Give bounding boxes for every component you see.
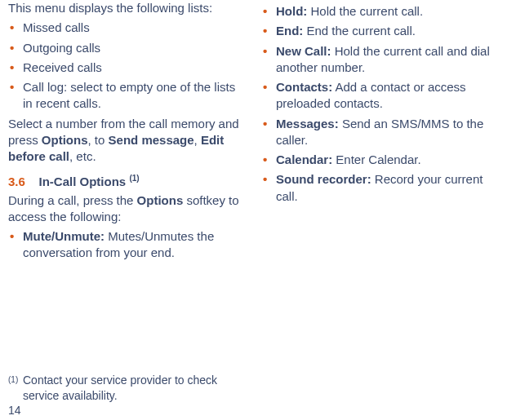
during-call-paragraph: During a call, press the Options softkey…	[8, 192, 247, 226]
item-label: End:	[276, 24, 303, 38]
item-desc: Enter Calendar.	[332, 153, 420, 166]
item-label: Mute/Unmute:	[23, 229, 105, 243]
text: , etc.	[69, 149, 96, 163]
list-item: Mute/Unmute: Mutes/Unmutes the conversat…	[8, 228, 247, 262]
item-label: Sound recorder:	[276, 172, 371, 186]
list-item: Call log: select to empty one of the lis…	[8, 79, 247, 113]
list-item: Received calls	[8, 60, 247, 76]
item-label: Messages:	[276, 117, 339, 130]
text: During a call, press the	[8, 193, 137, 207]
list-item: Outgoing calls	[8, 40, 247, 56]
list-item: New Call: Hold the current call and dial…	[261, 43, 508, 77]
item-label: Hold:	[276, 4, 307, 18]
options-word: Options	[42, 133, 88, 147]
item-label: Contacts:	[276, 80, 332, 94]
section-heading: 3.6 In-Call Options (1)	[8, 173, 247, 190]
list-item: Hold: Hold the current call.	[261, 3, 508, 20]
send-message-word: Send message	[109, 133, 194, 147]
footnote: (1) Contact your service provider to che…	[8, 373, 253, 404]
text: , to	[88, 133, 109, 147]
list-item: Messages: Send an SMS/MMS to the caller.	[261, 116, 508, 149]
incall-list-right: Hold: Hold the current call. End: End th…	[261, 3, 508, 205]
page-number: 14	[8, 403, 21, 418]
menu-list: Missed calls Outgoing calls Received cal…	[8, 20, 247, 112]
section-sup: (1)	[129, 174, 139, 183]
left-column: This menu displays the following lists: …	[8, 0, 258, 420]
list-item: Contacts: Add a contact or access preloa…	[261, 79, 508, 113]
intro-text: This menu displays the following lists:	[8, 0, 247, 16]
list-item: Missed calls	[8, 20, 247, 36]
footnote-text: Contact your service provider to check s…	[23, 373, 253, 404]
item-desc: Hold the current call.	[307, 4, 423, 18]
options-word: Options	[137, 193, 184, 207]
item-desc: End the current call.	[303, 24, 416, 38]
right-column: Hold: Hold the current call. End: End th…	[258, 0, 508, 420]
text: ,	[194, 133, 201, 147]
item-label: New Call:	[276, 44, 331, 58]
incall-list-left: Mute/Unmute: Mutes/Unmutes the conversat…	[8, 228, 247, 262]
list-item: End: End the current call.	[261, 23, 508, 39]
page: This menu displays the following lists: …	[0, 0, 516, 420]
list-item: Calendar: Enter Calendar.	[261, 152, 508, 168]
list-item: Sound recorder: Record your current call…	[261, 171, 508, 205]
footnote-mark: (1)	[8, 373, 23, 404]
section-title: In-Call Options	[39, 175, 130, 188]
section-number: 3.6	[8, 175, 25, 188]
select-paragraph: Select a number from the call memory and…	[8, 116, 247, 166]
item-label: Calendar:	[276, 153, 332, 166]
